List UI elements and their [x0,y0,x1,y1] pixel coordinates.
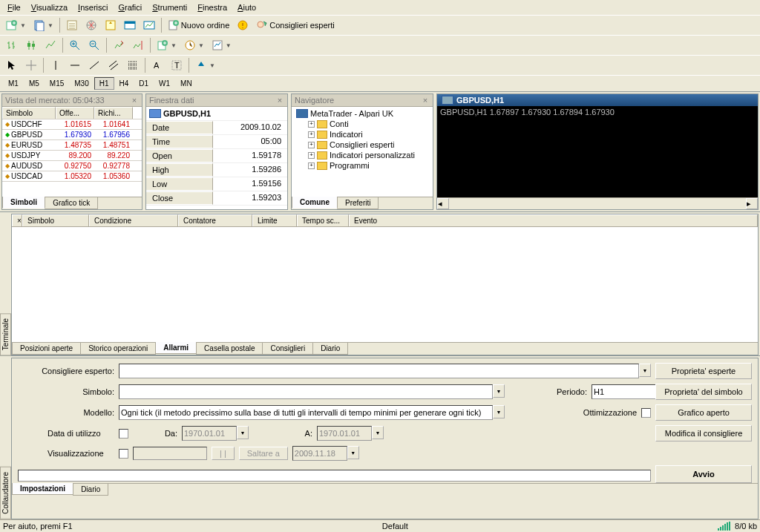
market-watch-row[interactable]: ◆ AUDUSD0.927500.92778 [2,161,142,171]
tf-m15[interactable]: M15 [45,77,69,90]
dropdown-icon[interactable]: ▼ [639,364,651,377]
col-condition[interactable]: Condizione [89,214,178,226]
periods-button[interactable]: ▼ [181,37,207,53]
dropdown-icon[interactable]: ▼ [372,426,384,439]
col-timeout[interactable]: Tempo sc... [297,214,349,226]
speed-slider[interactable] [133,447,207,460]
symbol-select[interactable] [119,384,493,399]
vline-button[interactable] [47,57,65,73]
tab-settings[interactable]: Impostazioni [12,483,73,495]
col-event[interactable]: Evento [349,214,758,226]
tf-w1[interactable]: W1 [154,77,175,90]
close-icon[interactable]: × [421,96,430,105]
new-chart-button[interactable]: ▼ [3,17,29,33]
use-date-checkbox[interactable] [119,429,128,439]
dropdown-icon[interactable]: ▼ [493,384,505,398]
dropdown-icon[interactable]: ▼ [347,446,359,459]
tab-journal[interactable]: Diario [73,484,108,496]
tab-mailbox[interactable]: Casella postale [196,343,263,355]
templates-button[interactable]: ▼ [209,37,235,53]
profiles-button[interactable]: ▼ [30,17,56,33]
col-limit[interactable]: Limite [252,214,297,226]
nav-item[interactable]: +Indicatori personalizzati [293,150,431,160]
arrows-button[interactable]: ▼ [192,57,218,73]
menu-help[interactable]: Aiuto [233,1,261,13]
market-watch-row[interactable]: ◆ USDCHF1.016151.01641 [2,119,142,130]
indicators-button[interactable]: ▼ [154,37,180,53]
terminal-toggle[interactable] [121,17,139,33]
tf-d1[interactable]: D1 [134,77,154,90]
visual-checkbox[interactable] [119,449,128,459]
nav-item[interactable]: +Programmi [293,160,431,171]
crosshair-button[interactable] [22,57,40,73]
date-from-input[interactable] [182,426,237,441]
skip-date-input[interactable] [292,446,347,461]
model-select[interactable] [119,405,493,420]
nav-item[interactable]: +Consiglieri esperti [293,139,431,150]
tf-h1[interactable]: H1 [94,77,114,90]
tester-vtab[interactable]: Collaudatore [0,467,11,519]
zoom-in-button[interactable] [66,37,84,53]
nav-item[interactable]: +Conti [293,119,431,129]
tab-alerts[interactable]: Allarmi [155,342,197,354]
menu-tools[interactable]: Strumenti [148,1,191,13]
candle-chart-button[interactable] [22,37,40,53]
market-watch-row[interactable]: ◆ USDJPY89.20089.220 [2,151,142,161]
chart-scrollbar[interactable]: ◂▸ [437,197,758,209]
close-icon[interactable]: × [275,96,284,105]
text-label-button[interactable]: T [168,57,186,73]
pause-button[interactable]: | | [212,447,235,460]
tab-positions[interactable]: Posizioni aperte [12,343,81,355]
tab-tick-chart[interactable]: Grafico tick [45,197,98,209]
bar-chart-button[interactable] [3,37,21,53]
auto-scroll-button[interactable] [110,37,128,53]
optimization-checkbox[interactable] [641,408,651,418]
menu-charts[interactable]: Grafici [114,1,146,13]
tester-toggle[interactable] [140,17,158,33]
col-symbol[interactable]: Simbolo [2,107,56,119]
symbol-props-button[interactable]: Proprieta' del simbolo [655,384,752,400]
metaquotes-button[interactable] [234,17,252,33]
tf-h4[interactable]: H4 [114,77,134,90]
text-button[interactable]: A [148,57,166,73]
new-order-button[interactable]: Nuovo ordine [165,17,232,33]
expert-select[interactable] [119,364,639,378]
zoom-out-button[interactable] [85,37,103,53]
tab-favorites[interactable]: Preferiti [337,197,379,209]
market-watch-row[interactable]: ◆ GBPUSD1.679301.67956 [2,130,142,140]
menu-window[interactable]: Finestra [193,1,232,13]
tf-m1[interactable]: M1 [3,77,24,90]
col-counter[interactable]: Contatore [178,214,252,226]
skip-button[interactable]: Saltare a [239,447,288,460]
navigator-toggle[interactable] [82,17,100,33]
tf-mn[interactable]: MN [175,77,197,90]
tf-m30[interactable]: M30 [69,77,94,90]
tab-experts[interactable]: Consiglieri [262,343,313,355]
close-icon[interactable]: × [12,214,22,226]
market-watch-row[interactable]: ◆ USDCAD1.053201.05360 [2,171,142,182]
channel-button[interactable] [105,57,122,73]
menu-file[interactable]: File [3,1,25,13]
nav-item[interactable]: +Indicatori [293,129,431,139]
nav-root[interactable]: MetaTrader - Alpari UK [293,108,431,119]
line-chart-button[interactable] [42,37,59,53]
close-icon[interactable]: × [130,96,139,105]
tab-history[interactable]: Storico operazioni [80,343,156,355]
terminal-vtab[interactable]: Terminale [0,313,11,355]
market-watch-toggle[interactable] [63,17,81,33]
tab-journal[interactable]: Diario [312,343,348,355]
tab-common[interactable]: Comune [292,197,338,208]
dropdown-icon[interactable]: ▼ [493,405,505,418]
fibo-button[interactable] [124,57,142,73]
date-to-input[interactable] [317,426,372,441]
col-bid[interactable]: Offe... [56,107,94,119]
expert-advisors-button[interactable]: Consiglieri esperti [253,17,337,33]
tf-m5[interactable]: M5 [24,77,45,90]
trendline-button[interactable] [85,57,103,73]
cursor-button[interactable] [3,57,21,73]
col-ask[interactable]: Richi... [94,107,133,119]
expert-props-button[interactable]: Proprieta' esperte [655,363,752,379]
menu-insert[interactable]: Inserisci [73,1,112,13]
start-button[interactable]: Avvio [655,465,752,483]
menu-view[interactable]: Visualizza [27,1,72,13]
